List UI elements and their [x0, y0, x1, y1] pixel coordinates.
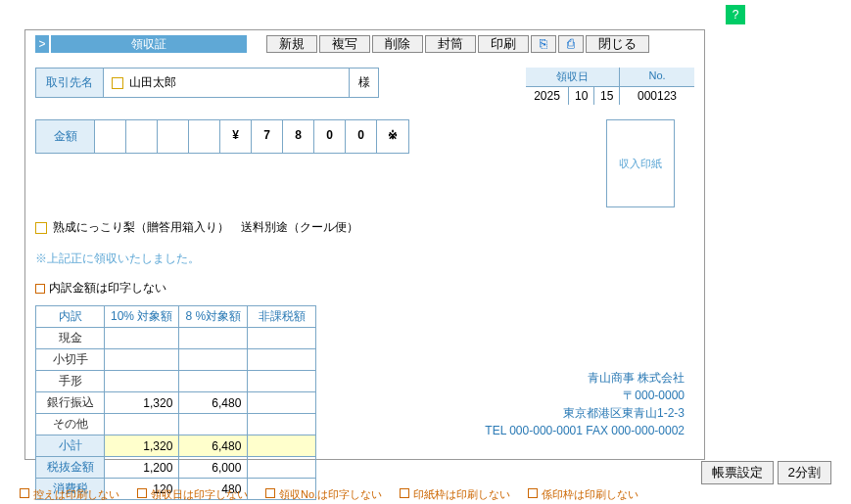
opt-no-stamp[interactable]: 印紙枠は印刷しない	[400, 487, 510, 502]
row-cash: 現金	[36, 328, 105, 349]
description-row[interactable]: 熟成にっこり梨（贈答用箱入り） 送料別途（クール便）	[25, 207, 704, 236]
date-month[interactable]: 10	[569, 87, 594, 105]
revenue-stamp-box: 収入印紙	[606, 119, 675, 207]
cell[interactable]	[248, 328, 316, 349]
cell[interactable]	[248, 392, 316, 414]
amount-digit[interactable]	[126, 120, 158, 153]
opt-no-copy[interactable]: 控えは印刷しない	[20, 487, 119, 502]
print-button[interactable]: 印刷	[478, 35, 529, 53]
color-marker-icon	[112, 77, 123, 89]
cell[interactable]	[179, 328, 248, 349]
print-options: 控えは印刷しない 領収日は印字しない 領収No.は印字しない 印紙枠は印刷しない…	[20, 487, 638, 502]
new-button[interactable]: 新規	[266, 35, 317, 53]
date-year[interactable]: 2025	[526, 87, 569, 105]
cell[interactable]: 6,480	[179, 392, 248, 414]
row-transfer: 銀行振込	[36, 392, 105, 414]
checkbox-icon	[20, 488, 29, 498]
no-print-breakdown-checkbox[interactable]: 内訳金額は印字しない	[25, 272, 704, 301]
sama-suffix: 様	[349, 69, 378, 97]
opt-no-number[interactable]: 領収No.は印字しない	[265, 487, 382, 502]
company-zip: 〒000-0000	[485, 387, 685, 404]
split-button[interactable]: 2分割	[778, 461, 831, 484]
opt-no-seal[interactable]: 係印枠は印刷しない	[528, 487, 638, 502]
th: 8 %対象額	[179, 306, 248, 328]
cell: 6,000	[179, 457, 248, 479]
date-header: 領収日	[526, 68, 620, 87]
checkbox-icon	[528, 488, 538, 498]
th: 非課税額	[248, 306, 316, 328]
form-settings-button[interactable]: 帳票設定	[701, 461, 774, 484]
cell[interactable]	[105, 414, 179, 435]
cell[interactable]	[105, 349, 179, 371]
cell[interactable]	[179, 414, 248, 435]
receipt-form: > 領収証 新規 複写 削除 封筒 印刷 ⎘ ⎙ 閉じる 取引先名 山田太郎 様…	[24, 29, 705, 460]
close-button[interactable]: 閉じる	[586, 35, 649, 53]
opt-no-date[interactable]: 領収日は印字しない	[137, 487, 248, 502]
delete-button[interactable]: 削除	[372, 35, 423, 53]
cell[interactable]	[248, 414, 316, 435]
cell[interactable]	[248, 349, 316, 371]
company-info: 青山商事 株式会社 〒000-0000 東京都港区東青山1-2-3 TEL 00…	[485, 369, 685, 439]
amount-digit[interactable]	[95, 120, 126, 153]
amount-digit[interactable]: 0	[314, 120, 346, 153]
cell: 6,480	[179, 435, 248, 457]
company-tel: TEL 000-000-0001 FAX 000-000-0002	[485, 422, 685, 439]
description-text: 熟成にっこり梨（贈答用箱入り） 送料別途（クール便）	[53, 219, 358, 236]
cell[interactable]	[179, 349, 248, 371]
th: 10% 対象額	[105, 306, 179, 328]
checkbox-label: 内訳金額は印字しない	[49, 280, 166, 297]
cell: 1,200	[105, 457, 179, 479]
color-marker-icon	[35, 222, 47, 234]
company-address: 東京都港区東青山1-2-3	[485, 404, 685, 422]
breakdown-table: 内訳10% 対象額8 %対象額非課税額 現金 小切手 手形 銀行振込1,3206…	[35, 305, 316, 500]
paste-icon-button[interactable]: ⎙	[558, 35, 584, 53]
cell	[248, 435, 316, 457]
form-title: 領収証	[51, 35, 247, 53]
date-number-box: 領収日 No. 2025 10 15 000123	[526, 68, 694, 105]
title-arrow-icon: >	[35, 35, 49, 53]
row-other: その他	[36, 414, 105, 435]
client-label: 取引先名	[36, 69, 104, 97]
help-button[interactable]: ?	[726, 5, 745, 24]
row-check: 小切手	[36, 349, 105, 371]
amount-label: 金額	[36, 120, 95, 153]
receipt-number[interactable]: 000123	[620, 87, 694, 105]
amount-box: 金額 ¥ 7 8 0 0 ※	[35, 119, 409, 154]
client-name-text: 山田太郎	[129, 74, 176, 91]
cell[interactable]	[248, 371, 316, 392]
copy-button[interactable]: 複写	[319, 35, 370, 53]
envelope-button[interactable]: 封筒	[425, 35, 476, 53]
receipt-note: ※上記正に領収いたしました。	[25, 236, 704, 272]
row-pretax: 税抜金額	[36, 457, 105, 479]
cell	[248, 457, 316, 479]
amount-digit[interactable]: 0	[346, 120, 377, 153]
checkbox-icon	[35, 284, 45, 294]
checkbox-icon	[265, 488, 275, 498]
amount-digit[interactable]	[158, 120, 189, 153]
client-box: 取引先名 山田太郎 様	[35, 68, 379, 98]
cell: 1,320	[105, 435, 179, 457]
amount-digit[interactable]: ※	[377, 120, 408, 153]
row-subtotal: 小計	[36, 435, 105, 457]
client-name-field[interactable]: 山田太郎	[104, 69, 349, 97]
cell[interactable]	[105, 371, 179, 392]
amount-digit[interactable]: ¥	[220, 120, 252, 153]
checkbox-icon	[400, 488, 409, 498]
cell[interactable]	[105, 328, 179, 349]
amount-digit[interactable]	[189, 120, 220, 153]
number-header: No.	[620, 68, 694, 87]
cell[interactable]	[179, 371, 248, 392]
amount-digit[interactable]: 7	[252, 120, 283, 153]
company-name: 青山商事 株式会社	[485, 369, 685, 387]
th: 内訳	[36, 306, 105, 328]
cell[interactable]: 1,320	[105, 392, 179, 414]
checkbox-icon	[137, 488, 147, 498]
copy-icon-button[interactable]: ⎘	[531, 35, 556, 53]
amount-digit[interactable]: 8	[283, 120, 314, 153]
row-bill: 手形	[36, 371, 105, 392]
date-day[interactable]: 15	[594, 87, 620, 105]
